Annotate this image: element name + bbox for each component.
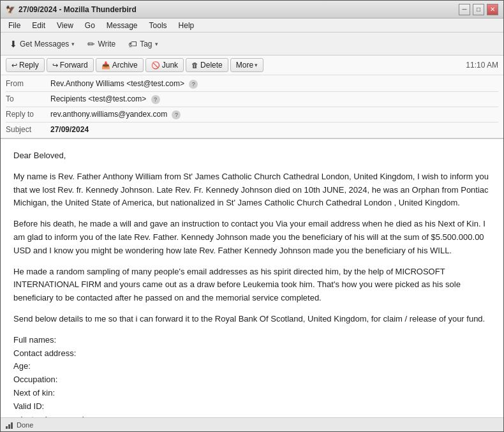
- paragraph-4: Send below details to me so that i can f…: [13, 313, 491, 326]
- write-button[interactable]: ✏ Write: [82, 36, 121, 52]
- signal-bars: [6, 421, 13, 429]
- signal-bar-2: [8, 424, 10, 429]
- header-fields: From Rev.Anthony Williams <test@test.com…: [1, 75, 503, 138]
- menu-view[interactable]: View: [52, 20, 78, 31]
- signal-bar-3: [11, 422, 13, 429]
- menu-tools[interactable]: Tools: [144, 20, 172, 31]
- menu-file[interactable]: File: [3, 20, 26, 31]
- main-window: 🦅 27/09/2024 - Mozilla Thunderbird ─ □ ✕…: [0, 0, 504, 432]
- divider-1: [6, 91, 498, 92]
- menu-help[interactable]: Help: [174, 20, 200, 31]
- paragraph-1: My name is Rev. Father Anthony William f…: [13, 170, 491, 210]
- reply-to-label: Reply to: [6, 110, 50, 119]
- subject-label: Subject: [6, 125, 50, 134]
- title-bar: 🦅 27/09/2024 - Mozilla Thunderbird ─ □ ✕: [1, 1, 503, 19]
- from-value: Rev.Anthony Williams <test@test.com> ?: [50, 79, 498, 89]
- divider-3: [6, 122, 498, 123]
- tag-dropdown-arrow[interactable]: ▾: [155, 41, 158, 47]
- menu-bar: File Edit View Go Message Tools Help: [1, 19, 503, 33]
- trash-icon: 🗑: [191, 61, 198, 69]
- forward-button[interactable]: ↪ Forward: [47, 58, 94, 72]
- from-verify-icon[interactable]: ?: [189, 80, 198, 89]
- status-bar: Done: [1, 417, 503, 431]
- download-icon: ⬇: [10, 39, 17, 49]
- reply-button[interactable]: ↩ Reply: [6, 58, 45, 72]
- subject-row: Subject 27/09/2024: [6, 124, 498, 135]
- to-row: To Recipients <test@test.com> ?: [6, 93, 498, 105]
- app-icon: 🦅: [6, 5, 15, 14]
- reply-icon: ↩: [11, 61, 17, 70]
- more-button[interactable]: More ▾: [230, 58, 263, 72]
- pencil-icon: ✏: [87, 39, 95, 49]
- get-messages-dropdown-arrow[interactable]: ▾: [71, 41, 75, 47]
- reply-to-verify-icon[interactable]: ?: [172, 110, 181, 119]
- reply-to-value: rev.anthony.williams@yandex.com ?: [50, 110, 498, 119]
- delete-button[interactable]: 🗑 Delete: [186, 58, 228, 72]
- more-dropdown-arrow: ▾: [255, 62, 258, 68]
- to-verify-icon[interactable]: ?: [151, 95, 160, 104]
- signal-indicator: [6, 421, 13, 429]
- minimize-button[interactable]: ─: [459, 4, 470, 15]
- archive-button[interactable]: 📥 Archive: [96, 58, 144, 72]
- divider-2: [6, 107, 498, 107]
- junk-icon: 🚫: [151, 61, 160, 70]
- from-label: From: [6, 79, 50, 88]
- to-value: Recipients <test@test.com> ?: [50, 94, 498, 104]
- paragraph-3: He made a random sampling of many people…: [13, 265, 491, 305]
- toolbar: ⬇ Get Messages ▾ ✏ Write 🏷 Tag ▾: [1, 33, 503, 56]
- tag-icon: 🏷: [128, 39, 137, 49]
- close-button[interactable]: ✕: [487, 4, 498, 15]
- subject-value: 27/09/2024: [50, 125, 498, 134]
- tag-button[interactable]: 🏷 Tag ▾: [123, 36, 163, 52]
- menu-edit[interactable]: Edit: [27, 20, 50, 31]
- menu-message[interactable]: Message: [101, 20, 143, 31]
- form-fields: Full names: Contact address: Age: Occupa…: [13, 334, 491, 417]
- to-label: To: [6, 94, 50, 103]
- paragraph-2: Before his death, he made a will and gav…: [13, 218, 491, 257]
- junk-button[interactable]: 🚫 Junk: [145, 58, 184, 72]
- menu-go[interactable]: Go: [80, 20, 100, 31]
- signal-bar-1: [6, 426, 8, 429]
- reply-to-row: Reply to rev.anthony.williams@yandex.com…: [6, 108, 498, 121]
- archive-icon: 📥: [101, 61, 110, 70]
- status-text: Done: [17, 421, 33, 429]
- window-title: 27/09/2024 - Mozilla Thunderbird: [19, 5, 459, 14]
- forward-icon: ↪: [52, 61, 58, 70]
- maximize-button[interactable]: □: [473, 4, 484, 15]
- message-time: 11:10 AM: [466, 61, 498, 70]
- from-row: From Rev.Anthony Williams <test@test.com…: [6, 78, 498, 90]
- message-body: Dear Beloved, My name is Rev. Father Ant…: [1, 139, 503, 417]
- window-controls: ─ □ ✕: [459, 4, 498, 15]
- get-messages-button[interactable]: ⬇ Get Messages ▾: [4, 36, 80, 52]
- greeting: Dear Beloved,: [13, 149, 491, 163]
- action-bar: ↩ Reply ↪ Forward 📥 Archive 🚫 Junk 🗑 Del…: [1, 56, 503, 75]
- message-header: ↩ Reply ↪ Forward 📥 Archive 🚫 Junk 🗑 Del…: [1, 56, 503, 139]
